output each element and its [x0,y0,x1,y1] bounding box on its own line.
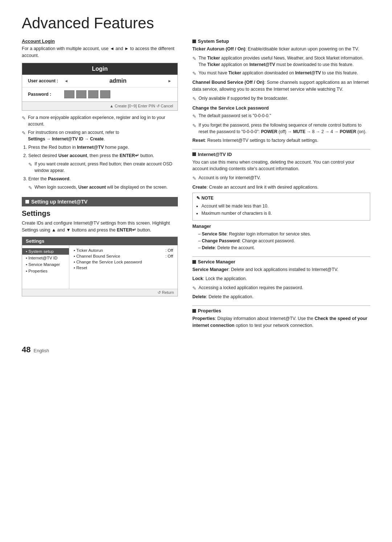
login-footer: ▲ Create [0~9] Enter PIN ↺ Cancel [22,102,177,110]
section-divider-2 [192,256,370,257]
user-account-label: User account : [28,78,64,83]
ticker-note-1: ✎ The Ticker application provides useful… [192,55,370,68]
user-account-value-area: ◄ admin ► [64,78,172,84]
properties-desc: Properties: Display information about In… [192,315,370,329]
page-number-row: 48 English [22,345,370,354]
account-note-2: ✎ For instructions on creating an accoun… [22,129,178,142]
admin-value: admin [71,78,165,84]
pw-dot-1 [64,90,74,98]
internet-tv-id-body: You can use this menu when creating, del… [192,159,370,252]
ticker-val: : Off [165,248,173,252]
properties-header: Properties [192,308,370,313]
note-icon-5: ✎ [192,55,196,68]
settings-ui-box: Settings • System setup • Internet@TV ID… [22,237,178,296]
settings-menu-service-manager[interactable]: • Service Manager [22,261,69,268]
properties-body: Properties: Display information about In… [192,315,370,329]
left-arrow-icon[interactable]: ◄ [64,79,68,83]
system-setup-body: Ticker Autorun (Off / On): Enable/disabl… [192,46,370,144]
settings-inner: • System setup • Internet@TV ID • Servic… [22,245,177,289]
ticker-autorun-desc: Ticker Autorun (Off / On): Enable/disabl… [192,46,370,53]
pw-dot-3 [88,90,98,98]
change-lock-label: • Change the Service Lock password [74,260,173,264]
change-lock-note-1-text: The default password set is "0-0-0-0." [199,112,370,120]
step-2-note-text: If you want create account, press Red bu… [34,161,178,174]
channel-bound-val: : Off [165,254,173,258]
step-3-note-text: When login succeeds, User account will b… [34,184,178,192]
settings-reset: • Reset [74,266,173,270]
section-divider-1 [192,149,370,149]
channel-bound-note-1: ✎ Only available if supported by the bro… [192,95,370,103]
password-dots [64,90,172,98]
step-3: Enter the Password. ✎ When login succeed… [28,176,178,191]
settings-menu: • System setup • Internet@TV ID • Servic… [22,245,69,289]
change-lock-subheading: Change the Service Lock password [192,104,370,112]
password-label: Password : [28,92,64,97]
properties-section: Properties Properties: Display informati… [192,308,370,329]
ticker-label: • Ticker Autorun [74,248,164,252]
note-icon-10: ✎ [192,175,196,182]
properties-heading: Properties [198,308,221,313]
settings-box-title: Settings [22,237,177,245]
note-icon-6: ✎ [192,70,196,77]
system-setup-section: System Setup Ticker Autorun (Off / On): … [192,38,370,144]
step-3-note: ✎ When login succeeds, User account will… [28,184,178,192]
settings-menu-internet-tv-id[interactable]: • Internet@TV ID [22,255,69,261]
user-account-row: User account : ◄ admin ► [22,75,177,87]
account-note-1-text: For a more enjoyable application experie… [28,114,178,127]
settings-menu-system-setup[interactable]: • System setup [22,248,69,255]
section-divider-3 [192,305,370,306]
left-column: Account Login For a application with mul… [22,38,178,334]
note-icon-4: ✎ [28,184,32,192]
note-icon-2: ✎ [22,130,26,142]
manager-subheading: Manager [192,223,370,230]
account-note-2-text: For instructions on creating an account,… [28,129,178,142]
lock-desc: Lock: Lock the application. [192,275,370,282]
properties-bullet [192,309,196,313]
channel-bound-note-text: Only available if supported by the broad… [199,95,370,103]
note-icon-1: ✎ [22,115,26,127]
ticker-autorun-label: Ticker Autorun (Off / On) [192,46,245,52]
setting-up-bar-label: Setting up Internet@TV [31,199,87,205]
channel-bound-service-label: Channel Bound Service (Off / On) [192,80,264,85]
note-box-list: Account will be made less than 10. Maxim… [196,203,366,217]
channel-bound-desc: Channel Bound Service (Off / On): Some c… [192,79,370,93]
page-language: English [33,348,49,353]
lock-note-text: Accessing a locked application requires … [199,284,370,292]
system-setup-bullet [192,40,196,43]
internet-tv-id-note-text: Account is only for internet@TV. [199,174,370,182]
bar-square-icon [25,200,29,204]
create-label: Create [192,185,207,190]
note-box-title: ✎ NOTE [196,195,366,202]
ticker-note-1-text: The Ticker application provides useful N… [199,55,370,68]
account-login-section: Account Login For a application with mul… [22,38,178,191]
manager-item-1: Service Site: Register login information… [198,231,370,238]
settings-menu-properties[interactable]: • Properties [22,268,69,274]
note-box-title-text: NOTE [201,195,213,202]
reset-desc: Reset: Resets Internet@TV settings to fa… [192,137,370,144]
settings-channel-bound: • Channel Bound Service : Off [74,254,173,258]
login-box: Login User account : ◄ admin ► Password … [22,63,178,111]
settings-ticker: • Ticker Autorun : Off [74,248,173,252]
change-lock-note-2-text: If you forget the password, press the fo… [199,122,370,135]
step-1: Press the Red button in Internet@TV home… [28,144,178,151]
pw-dot-2 [76,90,86,98]
note-icon-9: ✎ [192,122,196,135]
right-column: System Setup Ticker Autorun (Off / On): … [192,38,370,334]
change-lock-note-2: ✎ If you forget the password, press the … [192,122,370,135]
step-2-note: ✎ If you want create account, press Red … [28,161,178,174]
steps-list: Press the Red button in Internet@TV home… [22,144,178,192]
internet-tv-id-heading: Internet@TV ID [198,152,232,157]
manager-item-2: Change Password: Change account password… [198,238,370,245]
note-bullet-2: Maximum number of characters is 8. [201,210,366,217]
service-manager-bullet [192,260,196,264]
service-manager-desc: Service Manager: Delete and lock applica… [192,266,370,273]
note-box: ✎ NOTE Account will be made less than 10… [192,193,370,221]
setting-up-bar: Setting up Internet@TV [22,197,178,206]
internet-tv-id-section: Internet@TV ID You can use this menu whe… [192,152,370,252]
system-setup-heading: System Setup [198,38,229,44]
note-icon-7: ✎ [192,95,196,103]
note-bullet-1: Account will be made less than 10. [201,203,366,210]
password-row: Password : [22,87,177,102]
settings-right-panel: • Ticker Autorun : Off • Channel Bound S… [69,245,177,289]
right-arrow-icon[interactable]: ► [168,79,172,83]
